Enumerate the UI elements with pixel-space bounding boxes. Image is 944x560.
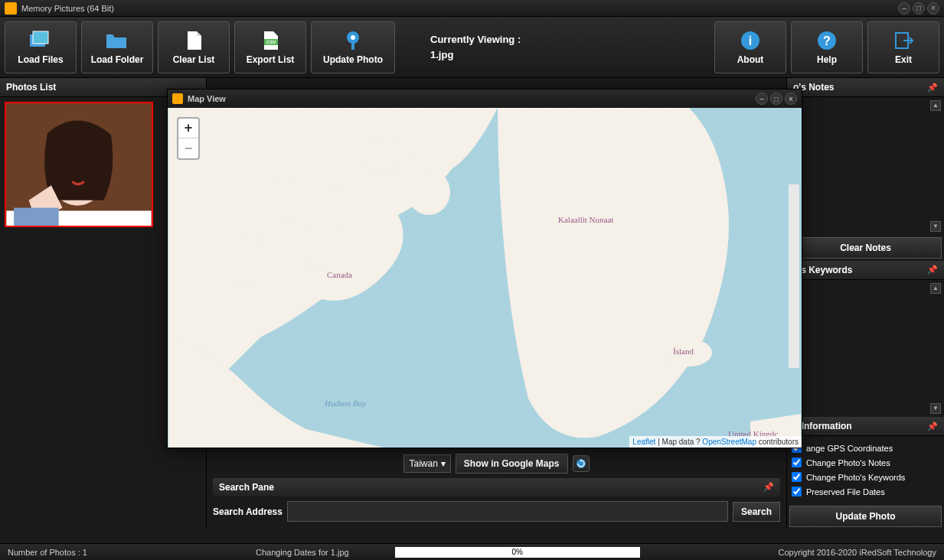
keywords-pin-icon[interactable]: 📌 (927, 265, 938, 275)
svg-point-20 (318, 161, 356, 192)
info-icon: i (738, 30, 763, 51)
window-title: Memory Pictures (64 Bit) (21, 4, 896, 13)
leaflet-link[interactable]: Leaflet (632, 438, 655, 446)
keywords-body[interactable]: ▲ ▼ (787, 280, 944, 418)
update-photo-side-button[interactable]: Update Photo (789, 506, 942, 527)
currently-viewing: Currently Viewing : 1.jpg (430, 32, 710, 62)
gps-checkbox-row[interactable]: ange GPS Coordinates (792, 441, 939, 455)
country-row: Taiwan ▾ Show in Google Maps (213, 454, 780, 474)
osm-link[interactable]: OpenStreetMap (702, 438, 756, 446)
keywords-checkbox-row[interactable]: Change Photo's Keywords (792, 470, 939, 484)
svg-text:CSV: CSV (266, 40, 276, 44)
notes-scroll-down[interactable]: ▼ (930, 221, 941, 232)
files-icon (28, 30, 53, 51)
pin-icon (341, 30, 365, 51)
clear-notes-button[interactable]: Clear Notes (789, 237, 942, 259)
export-list-button[interactable]: CSV Export List (234, 21, 306, 73)
map-canvas[interactable]: Canada Kalaallit Nunaat Hudson Bay Íslan… (168, 108, 802, 448)
geo-panel: ange GPS Coordinates Change Photo's Note… (787, 436, 944, 503)
country-value: Taiwan (409, 458, 437, 469)
right-sidebar: o's Notes 📌 ▲ ▼ Clear Notes o's Keywords… (786, 78, 944, 529)
clear-list-label: Clear List (173, 54, 215, 65)
exit-button[interactable]: Exit (867, 21, 939, 73)
keywords-scroll-up[interactable]: ▲ (930, 283, 941, 294)
search-button[interactable]: Search (733, 502, 780, 522)
geo-pin-icon[interactable]: 📌 (927, 422, 938, 431)
search-address-input[interactable] (287, 501, 728, 522)
update-photo-label: Update Photo (323, 54, 383, 65)
load-files-button[interactable]: Load Files (5, 21, 77, 73)
notes-header: o's Notes 📌 (787, 78, 944, 97)
load-folder-label: Load Folder (91, 54, 144, 65)
export-list-label: Export List (247, 54, 295, 65)
keywords-header: o's Keywords 📌 (787, 261, 944, 280)
map-minimize-button[interactable]: – (756, 93, 768, 105)
help-button[interactable]: ? Help (791, 21, 863, 73)
show-google-maps-button[interactable]: Show in Google Maps (456, 454, 568, 474)
map-attribution: Leaflet | Map data ? OpenStreetMap contr… (629, 436, 802, 448)
csv-icon: CSV (258, 30, 283, 51)
map-close-button[interactable]: × (785, 93, 797, 105)
main-toolbar: Load Files Load Folder Clear List CSV Ex… (0, 17, 944, 78)
photos-list-title: Photos List (6, 82, 56, 93)
status-message: Changing Dates for 1.jpg (256, 548, 349, 557)
country-select[interactable]: Taiwan ▾ (403, 454, 450, 473)
zoom-in-button[interactable]: + (178, 119, 198, 138)
keywords-scroll-down[interactable]: ▼ (930, 403, 941, 414)
search-pane-header: Search Pane 📌 (213, 478, 780, 497)
zoom-out-button[interactable]: − (178, 138, 198, 158)
map-label-island: Ísland (673, 347, 694, 356)
load-folder-button[interactable]: Load Folder (81, 21, 153, 73)
under-map-controls: Taiwan ▾ Show in Google Maps Search Pane… (207, 451, 786, 529)
about-label: About (737, 54, 764, 65)
refresh-map-button[interactable] (573, 455, 590, 472)
keywords-check-label: Change Photo's Keywords (806, 473, 905, 482)
svg-point-5 (351, 35, 355, 40)
dates-label: Preserved File Dates (806, 487, 885, 497)
svg-rect-1 (33, 31, 48, 44)
folder-icon (105, 30, 129, 51)
svg-point-23 (214, 238, 276, 284)
notes-checkbox-row[interactable]: Change Photo's Notes (792, 455, 939, 470)
notes-body[interactable]: ▲ ▼ (787, 97, 944, 235)
svg-point-21 (356, 137, 410, 171)
notes-scroll-up[interactable]: ▲ (930, 100, 941, 111)
viewing-label: Currently Viewing : (430, 32, 710, 47)
map-maximize-button[interactable]: □ (770, 93, 782, 105)
search-pane-title: Search Pane (219, 482, 274, 493)
svg-point-22 (407, 169, 450, 215)
close-button[interactable]: × (927, 2, 939, 15)
dates-checkbox[interactable] (792, 487, 802, 497)
svg-point-14 (63, 160, 70, 166)
app-icon (5, 2, 17, 15)
maximize-button[interactable]: □ (913, 2, 925, 15)
progress-bar: 0% (395, 547, 640, 558)
exit-label: Exit (895, 54, 912, 65)
keywords-checkbox[interactable] (792, 472, 802, 482)
about-button[interactable]: i About (714, 21, 786, 73)
notes-checkbox[interactable] (792, 457, 802, 467)
exit-icon (891, 30, 916, 51)
svg-point-15 (87, 160, 94, 166)
dates-checkbox-row[interactable]: Preserved File Dates (792, 484, 939, 499)
document-icon (181, 30, 206, 51)
right-toolbar: i About ? Help Exit (714, 21, 939, 73)
copyright: Copyright 2016-2020 iRedSoft Technology (779, 548, 937, 557)
gps-label: ange GPS Coordinates (806, 444, 893, 453)
photo-thumbnail[interactable] (5, 102, 153, 227)
update-photo-button[interactable]: Update Photo (311, 21, 395, 73)
svg-rect-26 (789, 184, 799, 368)
clear-list-button[interactable]: Clear List (158, 21, 230, 73)
notes-pin-icon[interactable]: 📌 (927, 83, 938, 93)
map-app-icon (172, 93, 183, 104)
search-address-label: Search Address (213, 506, 283, 517)
help-icon: ? (815, 30, 839, 51)
help-label: Help (817, 54, 837, 65)
search-pin-icon[interactable]: 📌 (763, 482, 774, 493)
map-label-kalaallit: Kalaallit Nunaat (558, 215, 613, 224)
map-titlebar[interactable]: Map View – □ × (168, 90, 802, 108)
progress-text: 0% (395, 547, 640, 558)
search-row: Search Address Search (213, 497, 780, 526)
geo-header: g Information 📌 (787, 417, 944, 436)
minimize-button[interactable]: – (898, 2, 910, 15)
